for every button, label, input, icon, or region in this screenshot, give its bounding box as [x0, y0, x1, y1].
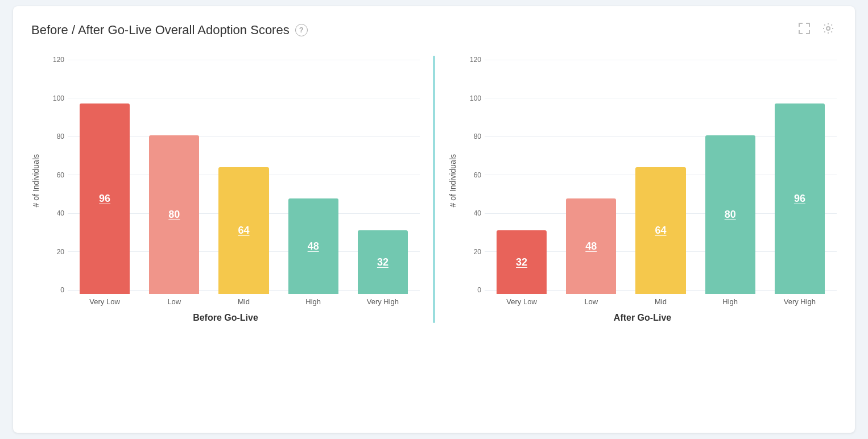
- y-tick-0: 0: [44, 286, 64, 294]
- x-label-very-high-before: Very High: [352, 297, 414, 306]
- header-actions: [796, 20, 837, 40]
- bar-group-mid-after: 64: [629, 56, 692, 294]
- bar-value-low-before: 80: [168, 209, 180, 221]
- y-tick-60: 60: [44, 171, 64, 179]
- after-y-tick-60: 60: [461, 171, 481, 179]
- after-chart-section: # of Individuals 120 100: [448, 56, 837, 323]
- x-label-low-after: Low: [560, 297, 622, 306]
- bar-value-mid-before: 64: [238, 225, 249, 237]
- x-label-low-before: Low: [143, 297, 205, 306]
- y-tick-80: 80: [44, 132, 64, 140]
- bar-value-very-high-before: 32: [377, 256, 388, 268]
- x-label-very-high-after: Very High: [768, 297, 831, 306]
- after-y-tick-80: 80: [461, 132, 481, 140]
- after-y-tick-100: 100: [461, 94, 481, 102]
- before-x-labels: Very Low Low Mid High Very High: [68, 294, 420, 306]
- after-x-labels: Very Low Low Mid High Very High: [485, 294, 837, 306]
- bar-group-very-low-after: 32: [490, 56, 553, 294]
- bar-group-low-before: 80: [143, 56, 205, 294]
- chart-divider: [433, 56, 435, 323]
- card-title: Before / After Go-Live Overall Adoption …: [31, 23, 290, 38]
- bar-very-low-before[interactable]: 96: [80, 103, 130, 294]
- before-chart-section: # of Individuals 120 100: [31, 56, 420, 323]
- bar-value-very-high-after: 96: [794, 193, 805, 205]
- after-chart-inner: 120 100 80: [462, 56, 837, 306]
- before-bars: 96 80 64: [68, 56, 420, 294]
- before-chart-inner: 120 100 80: [45, 56, 420, 306]
- before-y-axis-label: # of Individuals: [31, 154, 40, 207]
- x-label-high-before: High: [282, 297, 345, 306]
- bar-low-before[interactable]: 80: [149, 135, 199, 294]
- after-y-tick-40: 40: [461, 209, 481, 217]
- card-header: Before / After Go-Live Overall Adoption …: [31, 20, 837, 40]
- bar-high-after[interactable]: 80: [705, 135, 755, 294]
- after-y-tick-0: 0: [461, 286, 481, 294]
- after-y-axis-label: # of Individuals: [448, 154, 457, 207]
- bar-group-very-low-before: 96: [73, 56, 136, 294]
- bar-high-before[interactable]: 48: [288, 198, 338, 294]
- after-y-tick-20: 20: [461, 248, 481, 256]
- bar-group-high-after: 80: [699, 56, 762, 294]
- before-chart-area: # of Individuals 120 100: [31, 56, 420, 306]
- after-chart-title: After Go-Live: [614, 313, 671, 323]
- after-chart-area: # of Individuals 120 100: [448, 56, 837, 306]
- bar-value-high-after: 80: [725, 209, 736, 221]
- x-label-high-after: High: [699, 297, 762, 306]
- settings-icon[interactable]: [820, 20, 837, 40]
- before-chart-title: Before Go-Live: [193, 313, 258, 323]
- x-label-mid-after: Mid: [629, 297, 692, 306]
- charts-container: # of Individuals 120 100: [31, 56, 837, 323]
- bar-value-high-before: 48: [308, 241, 319, 252]
- bar-group-high-before: 48: [282, 56, 345, 294]
- help-icon[interactable]: ?: [295, 24, 308, 36]
- after-bars: 32 48 64: [485, 56, 837, 294]
- bar-group-very-high-after: 96: [768, 56, 831, 294]
- bar-value-very-low-before: 96: [99, 193, 110, 205]
- bar-very-low-after[interactable]: 32: [497, 230, 547, 294]
- bar-group-very-high-before: 32: [352, 56, 414, 294]
- x-label-very-low-before: Very Low: [73, 297, 136, 306]
- bar-value-mid-after: 64: [655, 225, 666, 237]
- main-card: Before / After Go-Live Overall Adoption …: [13, 6, 855, 433]
- svg-point-0: [826, 27, 830, 30]
- title-row: Before / After Go-Live Overall Adoption …: [31, 23, 308, 38]
- bar-group-mid-before: 64: [212, 56, 275, 294]
- bar-very-high-after[interactable]: 96: [775, 103, 825, 294]
- before-grid-bars: 120 100 80: [45, 56, 420, 294]
- after-y-tick-120: 120: [461, 56, 481, 64]
- bar-mid-before[interactable]: 64: [218, 167, 268, 294]
- y-tick-120: 120: [44, 56, 64, 64]
- bar-group-low-after: 48: [560, 56, 622, 294]
- bar-mid-after[interactable]: 64: [635, 167, 685, 294]
- y-tick-100: 100: [44, 94, 64, 102]
- bar-value-low-after: 48: [585, 241, 597, 252]
- bar-value-very-low-after: 32: [516, 256, 527, 268]
- y-tick-40: 40: [44, 209, 64, 217]
- expand-icon[interactable]: [796, 20, 813, 40]
- after-grid-bars: 120 100 80: [462, 56, 837, 294]
- y-tick-20: 20: [44, 248, 64, 256]
- x-label-very-low-after: Very Low: [490, 297, 553, 306]
- bar-low-after[interactable]: 48: [566, 198, 616, 294]
- bar-very-high-before[interactable]: 32: [358, 230, 408, 294]
- x-label-mid-before: Mid: [212, 297, 275, 306]
